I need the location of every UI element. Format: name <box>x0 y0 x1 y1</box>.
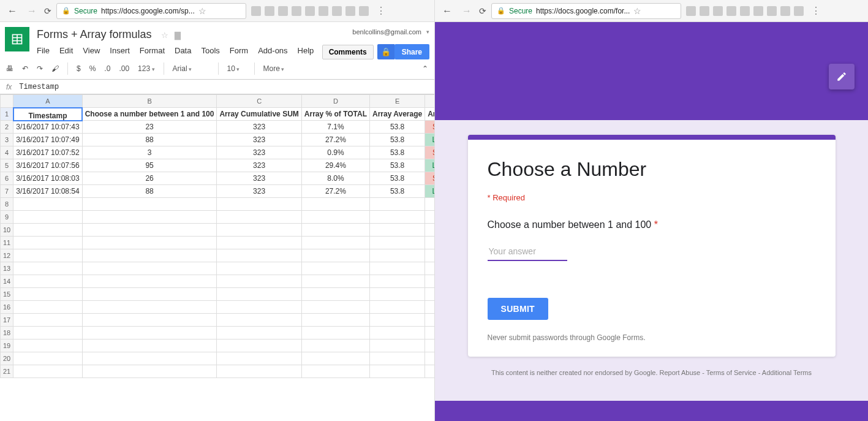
cell[interactable] <box>13 339 82 352</box>
forward-button[interactable]: → <box>459 6 474 17</box>
ext-icon[interactable] <box>319 6 328 16</box>
cell[interactable] <box>217 262 301 275</box>
back-button[interactable]: ← <box>440 6 455 17</box>
cell-b1[interactable]: Choose a number between 1 and 100 <box>82 108 217 121</box>
cell[interactable]: 88 <box>82 185 217 198</box>
dec-decimal-button[interactable]: .0 <box>104 64 110 73</box>
cell[interactable] <box>82 224 217 237</box>
cell[interactable]: 26 <box>82 172 217 185</box>
answer-input[interactable] <box>488 243 567 261</box>
row-header-5[interactable]: 5 <box>1 159 13 172</box>
cell[interactable] <box>370 211 425 224</box>
cell[interactable]: Large <box>425 159 434 172</box>
cell[interactable]: 0.9% <box>301 146 369 159</box>
back-button[interactable]: ← <box>5 6 20 17</box>
row-header-20[interactable]: 20 <box>1 352 13 365</box>
cell[interactable] <box>370 288 425 301</box>
cell[interactable] <box>82 314 217 327</box>
row-header-8[interactable]: 8 <box>1 198 13 211</box>
font-dropdown[interactable]: Arial <box>173 64 209 73</box>
cell[interactable] <box>301 365 369 378</box>
cell[interactable]: Small <box>425 172 434 185</box>
menu-addons[interactable]: Add-ons <box>258 46 287 55</box>
ext-icon[interactable] <box>753 6 763 16</box>
cell[interactable] <box>82 301 217 314</box>
cell[interactable]: 323 <box>217 121 301 134</box>
cell-c1[interactable]: Array Cumulative SUM <box>217 108 301 121</box>
cell[interactable]: 323 <box>217 134 301 146</box>
ext-icon[interactable] <box>332 6 342 16</box>
cell[interactable] <box>370 275 425 288</box>
cell[interactable] <box>82 198 217 211</box>
menu-edit[interactable]: Edit <box>59 46 73 55</box>
cell[interactable] <box>217 237 301 249</box>
cell[interactable] <box>301 339 369 352</box>
cell[interactable] <box>13 275 82 288</box>
ext-icon[interactable] <box>686 6 696 16</box>
cell[interactable] <box>217 314 301 327</box>
cell[interactable] <box>425 301 434 314</box>
spreadsheet-grid[interactable]: A B C D E F 1 Timestamp Choose a number … <box>0 94 434 421</box>
cell[interactable]: 53.8 <box>370 146 425 159</box>
cell[interactable] <box>301 198 369 211</box>
col-header-f[interactable]: F <box>425 95 434 108</box>
address-bar[interactable]: 🔒 Secure https://docs.google.com/for... … <box>491 3 681 19</box>
cell[interactable] <box>13 237 82 249</box>
row-header-1[interactable]: 1 <box>1 108 13 121</box>
inc-decimal-button[interactable]: .00 <box>119 64 129 73</box>
redo-icon[interactable]: ↷ <box>37 64 43 73</box>
menu-help[interactable]: Help <box>298 46 314 55</box>
row-header-19[interactable]: 19 <box>1 339 13 352</box>
menu-tools[interactable]: Tools <box>201 46 219 55</box>
cell[interactable]: 323 <box>217 172 301 185</box>
cell[interactable] <box>301 301 369 314</box>
cell[interactable]: 8.0% <box>301 172 369 185</box>
cell[interactable] <box>217 224 301 237</box>
ext-icon[interactable] <box>345 6 355 16</box>
cell[interactable] <box>301 352 369 365</box>
sheets-logo-icon[interactable] <box>5 27 29 51</box>
cell[interactable] <box>13 198 82 211</box>
cell[interactable] <box>13 288 82 301</box>
cell[interactable] <box>13 314 82 327</box>
star-doc-icon[interactable]: ☆ <box>161 31 168 40</box>
cell[interactable] <box>217 288 301 301</box>
cell[interactable]: 27.2% <box>301 185 369 198</box>
row-header-13[interactable]: 13 <box>1 262 13 275</box>
cell[interactable] <box>370 339 425 352</box>
cell[interactable] <box>370 249 425 262</box>
cell[interactable] <box>13 327 82 339</box>
cell[interactable]: 323 <box>217 159 301 172</box>
ext-icon[interactable] <box>780 6 790 16</box>
cell[interactable] <box>425 327 434 339</box>
edit-form-fab[interactable] <box>829 64 855 89</box>
cell[interactable]: Small <box>425 121 434 134</box>
cell[interactable]: 29.4% <box>301 159 369 172</box>
cell-e1[interactable]: Array Average <box>370 108 425 121</box>
reload-button[interactable]: ⟳ <box>44 6 51 16</box>
cell[interactable] <box>82 339 217 352</box>
cell[interactable]: 88 <box>82 134 217 146</box>
cell[interactable] <box>217 211 301 224</box>
cell[interactable]: 53.8 <box>370 159 425 172</box>
ext-icon[interactable] <box>740 6 750 16</box>
cell[interactable] <box>217 352 301 365</box>
cell[interactable] <box>13 301 82 314</box>
cell[interactable] <box>82 237 217 249</box>
cell[interactable] <box>370 314 425 327</box>
collapse-toolbar-icon[interactable]: ⌃ <box>422 64 428 73</box>
cell[interactable] <box>82 365 217 378</box>
row-header-2[interactable]: 2 <box>1 121 13 134</box>
ext-icon[interactable] <box>305 6 315 16</box>
row-header-10[interactable]: 10 <box>1 224 13 237</box>
row-header-18[interactable]: 18 <box>1 327 13 339</box>
col-header-e[interactable]: E <box>370 95 425 108</box>
col-header-c[interactable]: C <box>217 95 301 108</box>
corner-cell[interactable] <box>1 95 13 108</box>
ext-icon[interactable] <box>251 6 261 16</box>
cell[interactable] <box>301 327 369 339</box>
cell[interactable] <box>301 314 369 327</box>
cell-a1[interactable]: Timestamp <box>13 108 82 121</box>
ext-icon[interactable] <box>713 6 723 16</box>
cell[interactable] <box>301 262 369 275</box>
